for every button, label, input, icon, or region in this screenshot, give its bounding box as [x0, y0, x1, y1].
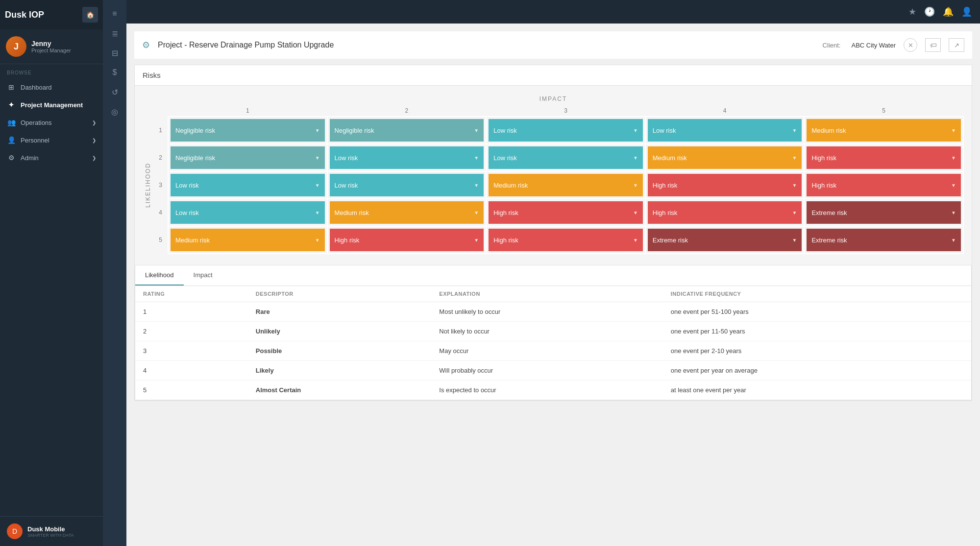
sidebar-item-operations[interactable]: 👥 Operations ❯ [0, 114, 103, 131]
toolbar-target-icon[interactable]: ◎ [106, 103, 123, 120]
row-number: 3 [153, 171, 168, 199]
toolbar-refresh-icon[interactable]: ↺ [106, 83, 123, 101]
risk-cell[interactable]: Low risk▼ [168, 199, 327, 226]
risk-cell[interactable]: Low risk▼ [486, 117, 645, 144]
table-row: 1 Rare Most unlikely to occur one event … [135, 302, 971, 322]
sidebar-item-label: Project Management [21, 101, 83, 109]
col-header-2: 2 [327, 105, 487, 117]
dropdown-arrow-icon: ▼ [315, 237, 320, 243]
explanation-cell: May occur [431, 341, 662, 361]
risk-cell[interactable]: High risk▼ [645, 199, 805, 226]
risk-cell[interactable]: High risk▼ [804, 171, 963, 199]
row-number: 5 [153, 226, 168, 254]
risk-label: High risk [653, 209, 678, 216]
risk-cell[interactable]: Low risk▼ [327, 171, 487, 199]
risk-label: High risk [653, 182, 678, 189]
risk-label: Negligible risk [175, 154, 215, 162]
topbar: ★ 🕐 🔔 👤 [126, 0, 980, 24]
sidebar-item-dashboard[interactable]: ⊞ Dashboard [0, 78, 103, 96]
frequency-cell: one event per 2-10 years [663, 341, 971, 361]
dropdown-arrow-icon: ▼ [474, 210, 479, 215]
descriptor-cell: Almost Certain [248, 380, 432, 400]
tab-likelihood[interactable]: Likelihood [135, 265, 184, 285]
settings-icon[interactable]: ⚙ [142, 40, 150, 50]
descriptor-cell: Possible [248, 341, 432, 361]
project-title: Project - Reserve Drainage Pump Station … [158, 41, 815, 49]
sidebar-bottom: D Dusk Mobile SMARTER WITH DATA [0, 516, 103, 546]
risk-label: High risk [335, 237, 360, 244]
risk-cell[interactable]: Negligible risk▼ [168, 117, 327, 144]
content-area: ⚙ Project - Reserve Drainage Pump Statio… [126, 24, 980, 546]
risk-cell[interactable]: Low risk▼ [486, 144, 645, 171]
risk-label: High risk [811, 182, 836, 189]
risk-cell[interactable]: High risk▼ [486, 226, 645, 254]
rating-cell: 1 [135, 302, 248, 322]
rating-cell: 2 [135, 322, 248, 341]
explanation-cell: Not likely to occur [431, 322, 662, 341]
frequency-cell: one event per year on average [663, 361, 971, 380]
history-icon[interactable]: 🕐 [924, 6, 935, 17]
col-header-5: 5 [804, 105, 963, 117]
risk-label: Low risk [175, 209, 199, 216]
favorites-icon[interactable]: ★ [908, 6, 916, 17]
col-header-4: 4 [645, 105, 805, 117]
risk-label: Medium risk [493, 182, 528, 189]
frequency-cell: at least one event per year [663, 380, 971, 400]
risk-label: High risk [493, 237, 518, 244]
dropdown-arrow-icon: ▼ [315, 155, 320, 161]
risk-cell[interactable]: Medium risk▼ [486, 171, 645, 199]
user-section: J Jenny Project Manager [0, 29, 103, 64]
tag-button[interactable]: 🏷 [925, 38, 941, 52]
descriptor-cell: Rare [248, 302, 432, 322]
risk-cell[interactable]: High risk▼ [486, 199, 645, 226]
toolbar-dollar-icon[interactable]: $ [106, 64, 123, 81]
risk-cell[interactable]: Medium risk▼ [645, 144, 805, 171]
risk-cell[interactable]: Low risk▼ [645, 117, 805, 144]
rating-cell: 4 [135, 361, 248, 380]
sidebar-item-personnel[interactable]: 👤 Personnel ❯ [0, 131, 103, 149]
risk-cell[interactable]: Low risk▼ [168, 171, 327, 199]
risk-cell[interactable]: High risk▼ [804, 144, 963, 171]
table-row: 4 Likely Will probably occur one event p… [135, 361, 971, 380]
risk-cell[interactable]: Medium risk▼ [168, 226, 327, 254]
risk-cell[interactable]: Medium risk▼ [804, 117, 963, 144]
risk-label: Negligible risk [335, 127, 374, 134]
home-button[interactable]: 🏠 [82, 7, 98, 23]
risk-label: Low risk [493, 127, 517, 134]
risk-label: Low risk [175, 182, 199, 189]
app-name: Dusk IOP [5, 10, 44, 20]
col-frequency: INDICATIVE FREQUENCY [663, 286, 971, 302]
risk-cell[interactable]: High risk▼ [327, 226, 487, 254]
export-button[interactable]: ↗ [949, 38, 964, 52]
risk-cell[interactable]: Medium risk▼ [327, 199, 487, 226]
table-row: 2 Unlikely Not likely to occur one event… [135, 322, 971, 341]
browse-label: BROWSE [0, 64, 103, 78]
rating-cell: 5 [135, 380, 248, 400]
risk-cell[interactable]: Extreme risk▼ [645, 226, 805, 254]
risk-cell[interactable]: Low risk▼ [327, 144, 487, 171]
brand-logo: D [7, 523, 23, 539]
risk-cell[interactable]: High risk▼ [645, 171, 805, 199]
risk-cell[interactable]: Negligible risk▼ [168, 144, 327, 171]
tab-impact[interactable]: Impact [184, 265, 222, 285]
risks-container: Risks IMPACT 1 2 3 4 5 [134, 65, 972, 401]
risk-cell[interactable]: Extreme risk▼ [804, 199, 963, 226]
risk-cell[interactable]: Extreme risk▼ [804, 226, 963, 254]
dropdown-arrow-icon: ▼ [315, 210, 320, 215]
risk-cell[interactable]: Negligible risk▼ [327, 117, 487, 144]
toolbar-menu-icon[interactable]: ≡ [106, 5, 123, 23]
dashboard-icon: ⊞ [7, 83, 16, 91]
profile-icon[interactable]: 👤 [961, 6, 972, 17]
risk-label: Medium risk [175, 237, 210, 244]
toolbar-grid-icon[interactable]: ⊟ [106, 44, 123, 62]
sidebar-header: Dusk IOP 🏠 [0, 0, 103, 29]
toolbar-list-icon[interactable]: ≣ [106, 24, 123, 42]
dropdown-arrow-icon: ▼ [633, 237, 638, 243]
notifications-icon[interactable]: 🔔 [943, 6, 954, 17]
dropdown-arrow-icon: ▼ [633, 183, 638, 188]
project-header: ⚙ Project - Reserve Drainage Pump Statio… [134, 31, 972, 59]
clear-button[interactable]: ✕ [904, 38, 917, 52]
user-role: Project Manager [31, 47, 71, 53]
sidebar-item-project-management[interactable]: ✦ Project Management [0, 96, 103, 114]
sidebar-item-admin[interactable]: ⚙ Admin ❯ [0, 149, 103, 166]
